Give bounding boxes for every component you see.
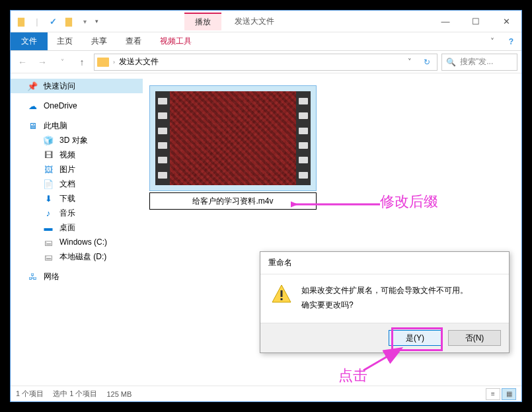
yes-button[interactable]: 是(Y)	[389, 330, 441, 346]
qat-sep: |	[30, 15, 44, 28]
sidebar-quick-access[interactable]: 📌 快速访问	[11, 79, 143, 93]
sidebar-this-pc[interactable]: 🖥 此电脑	[11, 118, 143, 133]
sidebar-label: 本地磁盘 (D:)	[59, 251, 106, 263]
dialog-title: 重命名	[260, 252, 509, 274]
path-folder-icon	[97, 58, 109, 67]
filename-edit[interactable]: 给客户的学习资料.m4v	[149, 192, 317, 210]
sidebar-desktop[interactable]: ▬ 桌面	[11, 220, 143, 235]
sidebar-label: 文档	[59, 179, 75, 190]
status-count: 1 个项目	[16, 389, 44, 399]
sprocket-right	[296, 91, 311, 185]
ribbon-expand-icon[interactable]: ˅	[484, 37, 501, 46]
desktop-icon: ▬	[42, 222, 54, 233]
music-icon: ♪	[42, 207, 54, 219]
sidebar-music[interactable]: ♪ 音乐	[11, 206, 143, 220]
view-buttons: ≡ ▦	[486, 388, 516, 400]
video-filmstrip	[155, 91, 311, 185]
download-icon: ⬇	[42, 192, 54, 204]
file-item[interactable]: 给客户的学习资料.m4v	[149, 85, 317, 210]
nav-pane: 📌 快速访问 ☁ OneDrive 🖥 此电脑 🧊 3D 对象 🎞 视频	[11, 73, 143, 386]
sidebar-label: 图片	[59, 164, 75, 175]
video-frame	[170, 91, 296, 185]
ribbon-file-tab[interactable]: 文件	[11, 32, 48, 50]
sidebar-label: Windows (C:)	[59, 237, 107, 247]
qat-dropdown[interactable]: ▾	[78, 15, 91, 28]
film-icon: 🎞	[42, 149, 54, 161]
qat-overflow[interactable]: ▾	[95, 18, 98, 24]
ribbon-share-tab[interactable]: 共享	[82, 32, 116, 50]
ribbon-videotools-tab[interactable]: 视频工具	[151, 32, 201, 50]
sidebar-downloads[interactable]: ⬇ 下载	[11, 191, 143, 206]
folder-icon-2: ▇	[62, 15, 75, 28]
svg-rect-2	[281, 298, 283, 300]
svg-rect-1	[281, 290, 283, 297]
file-thumbnail[interactable]	[149, 85, 317, 191]
help-icon[interactable]: ?	[501, 37, 521, 46]
document-icon: 📄	[42, 178, 54, 190]
sidebar-label: 3D 对象	[59, 135, 88, 146]
disk-icon: 🖴	[42, 251, 54, 263]
check-icon: ✓	[46, 15, 59, 28]
search-placeholder: 搜索"发...	[460, 56, 493, 67]
search-input[interactable]: 🔍 搜索"发...	[441, 54, 517, 71]
picture-icon: 🖼	[42, 163, 54, 175]
dialog-buttons: 是(Y) 否(N)	[260, 323, 509, 352]
sidebar-label: 网络	[44, 271, 59, 282]
sidebar-label: 视频	[59, 149, 75, 161]
ribbon: 文件 主页 共享 查看 视频工具 ˅ ?	[11, 32, 521, 51]
star-icon: 📌	[26, 80, 38, 92]
nav-recent-button[interactable]: ˅	[54, 54, 70, 70]
status-selection: 选中 1 个项目	[53, 389, 97, 399]
sidebar-label: 此电脑	[44, 120, 67, 132]
minimize-button[interactable]: —	[430, 11, 461, 31]
contextual-tab-play[interactable]: 播放	[184, 13, 221, 30]
folder-icon: ▇	[15, 15, 28, 28]
sidebar-drive-d[interactable]: 🖴 本地磁盘 (D:)	[11, 249, 143, 264]
titlebar: ▇ | ✓ ▇ ▾ ▾ 播放 发送大文件 — ☐ ✕	[11, 11, 521, 32]
nav-forward-button[interactable]: →	[34, 54, 50, 70]
filename-text: 给客户的学习资料.m4v	[192, 196, 273, 207]
sprocket-left	[155, 91, 170, 185]
path-sep-icon[interactable]: ›	[113, 59, 115, 65]
sidebar-videos[interactable]: 🎞 视频	[11, 147, 143, 162]
window-controls: — ☐ ✕	[430, 11, 521, 31]
sidebar-label: OneDrive	[44, 101, 77, 110]
status-bar: 1 个项目 选中 1 个项目 125 MB ≡ ▦	[11, 386, 521, 401]
close-button[interactable]: ✕	[491, 11, 521, 31]
window-title: 发送大文件	[235, 16, 274, 27]
refresh-icon[interactable]: ↻	[420, 58, 434, 67]
sidebar-drive-c[interactable]: 🖴 Windows (C:)	[11, 235, 143, 249]
thumbnails-view-button[interactable]: ▦	[502, 388, 516, 400]
maximize-button[interactable]: ☐	[461, 11, 491, 31]
sidebar-3d-objects[interactable]: 🧊 3D 对象	[11, 133, 143, 147]
search-icon: 🔍	[446, 58, 456, 67]
address-bar: ← → ˅ ↑ › 发送大文件 ˅ ↻ 🔍 搜索"发...	[11, 51, 521, 73]
nav-back-button[interactable]: ←	[15, 54, 30, 70]
sidebar-label: 音乐	[59, 208, 75, 219]
ribbon-home-tab[interactable]: 主页	[48, 32, 82, 50]
sidebar-label: 快速访问	[44, 81, 75, 92]
details-view-button[interactable]: ≡	[486, 388, 500, 400]
dialog-line2: 确实要更改吗?	[301, 298, 468, 313]
sidebar-onedrive[interactable]: ☁ OneDrive	[11, 99, 143, 113]
ribbon-view-tab[interactable]: 查看	[116, 32, 151, 50]
sidebar-network[interactable]: 🖧 网络	[11, 269, 143, 284]
sidebar-documents[interactable]: 📄 文档	[11, 177, 143, 191]
path-box[interactable]: › 发送大文件 ˅ ↻	[94, 54, 437, 71]
cloud-icon: ☁	[26, 100, 38, 112]
disk-icon: 🖴	[42, 236, 54, 248]
monitor-icon: 🖥	[26, 120, 38, 132]
path-dropdown-icon[interactable]: ˅	[404, 58, 416, 66]
nav-up-button[interactable]: ↑	[74, 54, 90, 70]
path-segment[interactable]: 发送大文件	[119, 56, 159, 67]
status-size: 125 MB	[106, 390, 132, 398]
network-icon: 🖧	[26, 270, 38, 282]
dialog-text: 如果改变文件扩展名，可能会导致文件不可用。 确实要更改吗?	[301, 284, 468, 312]
no-button[interactable]: 否(N)	[448, 330, 501, 346]
cube-icon: 🧊	[42, 134, 54, 146]
dialog-line1: 如果改变文件扩展名，可能会导致文件不可用。	[301, 284, 468, 298]
sidebar-pictures[interactable]: 🖼 图片	[11, 162, 143, 177]
dialog-body: 如果改变文件扩展名，可能会导致文件不可用。 确实要更改吗?	[260, 274, 509, 323]
rename-dialog: 重命名 如果改变文件扩展名，可能会导致文件不可用。 确实要更改吗? 是(Y) 否…	[260, 251, 510, 353]
sidebar-label: 下载	[59, 193, 75, 204]
